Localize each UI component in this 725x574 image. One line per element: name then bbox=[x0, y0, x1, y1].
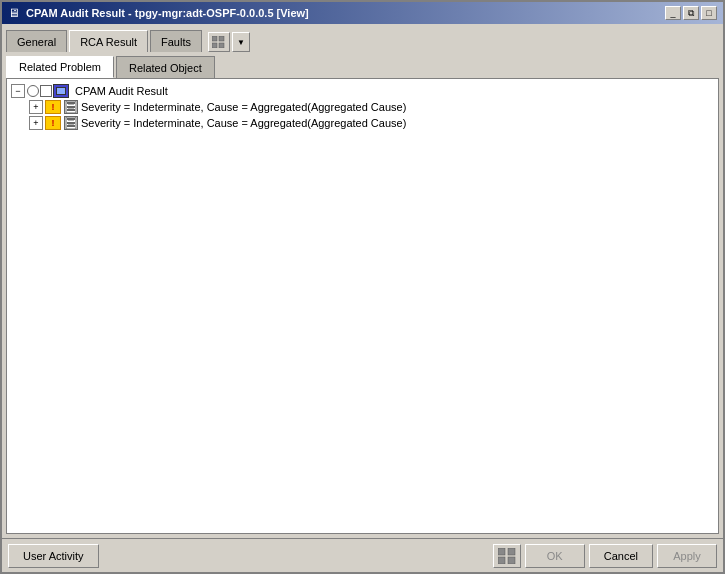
tree-row-root: − CPAM Audit Result bbox=[11, 83, 714, 99]
tree-child2-label: Severity = Indeterminate, Cause = Aggreg… bbox=[81, 117, 406, 129]
tab-rca-result[interactable]: RCA Result bbox=[69, 30, 148, 52]
cancel-button[interactable]: Cancel bbox=[589, 544, 653, 568]
apply-button[interactable]: Apply bbox=[657, 544, 717, 568]
tree-root-label: CPAM Audit Result bbox=[75, 85, 168, 97]
svg-rect-1 bbox=[219, 36, 224, 41]
svg-rect-14 bbox=[498, 557, 505, 564]
tree-child1-label: Severity = Indeterminate, Cause = Aggreg… bbox=[81, 101, 406, 113]
svg-rect-2 bbox=[212, 43, 217, 48]
minimize-button[interactable]: _ bbox=[665, 6, 681, 20]
tab-related-problem[interactable]: Related Problem bbox=[6, 56, 114, 78]
svg-rect-12 bbox=[498, 548, 505, 555]
tree-row-child2: + ! Severity = Indeterminate, Cause = Ag… bbox=[11, 115, 714, 131]
square-icon bbox=[40, 85, 52, 97]
svg-rect-8 bbox=[66, 117, 76, 129]
title-bar-buttons: _ ⧉ □ bbox=[665, 6, 717, 20]
warning-icon-2: ! bbox=[45, 116, 61, 130]
tree-row-child1: + ! Severity = Indeterminate, Cause = Ag… bbox=[11, 99, 714, 115]
bottom-right: OK Cancel Apply bbox=[493, 544, 717, 568]
svg-rect-0 bbox=[212, 36, 217, 41]
user-activity-button[interactable]: User Activity bbox=[8, 544, 99, 568]
content-area: Related Problem Related Object − bbox=[2, 52, 723, 538]
main-window: 🖥 CPAM Audit Result - tpgy-mgr:adt-OSPF-… bbox=[0, 0, 725, 574]
tab-related-object[interactable]: Related Object bbox=[116, 56, 215, 78]
svg-rect-3 bbox=[219, 43, 224, 48]
node-icon-inner bbox=[56, 87, 66, 95]
toolbar-icon-button[interactable] bbox=[208, 32, 230, 52]
tree-root: − CPAM Audit Result + ! bbox=[11, 83, 714, 131]
maximize-button[interactable]: □ bbox=[701, 6, 717, 20]
doc-icon-1 bbox=[64, 100, 78, 114]
title-bar: 🖥 CPAM Audit Result - tpgy-mgr:adt-OSPF-… bbox=[2, 2, 723, 24]
tab-faults[interactable]: Faults bbox=[150, 30, 202, 52]
main-tabs: General RCA Result Faults ▼ bbox=[2, 24, 723, 52]
bottom-grid-icon bbox=[498, 548, 516, 564]
tree-expander-root[interactable]: − bbox=[11, 84, 25, 98]
svg-rect-13 bbox=[508, 548, 515, 555]
tab-general[interactable]: General bbox=[6, 30, 67, 52]
restore-button[interactable]: ⧉ bbox=[683, 6, 699, 20]
svg-rect-4 bbox=[66, 101, 76, 113]
bottom-toolbar-icon[interactable] bbox=[493, 544, 521, 568]
grid-icon bbox=[212, 36, 226, 48]
bottom-bar: User Activity OK Cancel Apply bbox=[2, 538, 723, 572]
bottom-left: User Activity bbox=[8, 544, 99, 568]
tree-panel[interactable]: − CPAM Audit Result + ! bbox=[6, 78, 719, 534]
tree-expander-child2[interactable]: + bbox=[29, 116, 43, 130]
tree-expander-child1[interactable]: + bbox=[29, 100, 43, 114]
doc-icon-2 bbox=[64, 116, 78, 130]
window-title: CPAM Audit Result - tpgy-mgr:adt-OSPF-0.… bbox=[26, 7, 309, 19]
circle-icon bbox=[27, 85, 39, 97]
svg-rect-15 bbox=[508, 557, 515, 564]
sub-tabs: Related Problem Related Object bbox=[2, 52, 723, 78]
toolbar-dropdown-button[interactable]: ▼ bbox=[232, 32, 250, 52]
node-icon bbox=[53, 84, 69, 98]
ok-button[interactable]: OK bbox=[525, 544, 585, 568]
tree-root-icons bbox=[27, 84, 72, 98]
warning-icon-1: ! bbox=[45, 100, 61, 114]
